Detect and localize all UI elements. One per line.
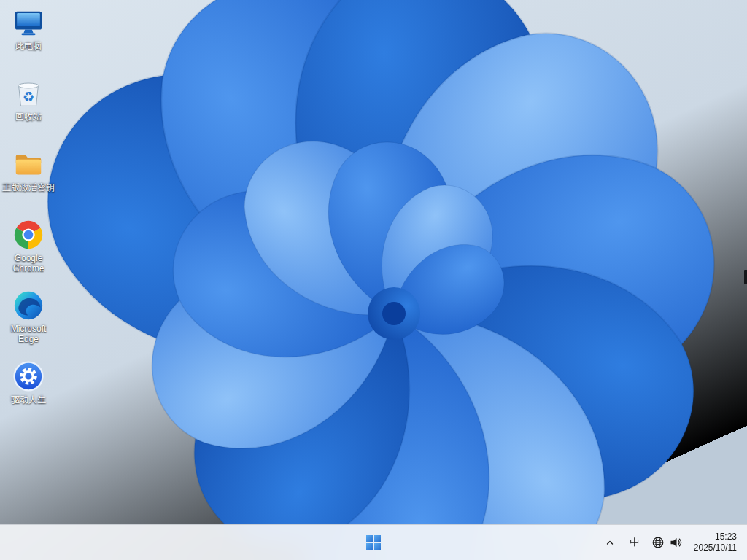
gear-badge-icon (12, 359, 45, 393)
svg-text:♻: ♻ (23, 90, 34, 104)
chrome-icon (12, 218, 45, 252)
ime-indicator[interactable]: 中 (622, 528, 647, 557)
taskbar: 中 15:2 (0, 524, 747, 560)
wallpaper-bloom (0, 0, 747, 560)
icon-label: 此电脑 (1, 41, 56, 51)
desktop-icon-recycle-bin[interactable]: ♻ 回收站 (1, 77, 56, 122)
icon-label: 正版激活密钥 (1, 182, 56, 192)
desktop-icon-driver-life[interactable]: 驱动人生 (1, 359, 56, 405)
icon-label: Microsoft Edge (1, 324, 56, 344)
taskbar-clock[interactable]: 15:23 2025/10/11 (686, 528, 743, 557)
globe-network-icon (651, 536, 665, 549)
desktop-icon-this-pc[interactable]: 此电脑 (1, 6, 56, 51)
desktop: 此电脑 ♻ 回收站 正版激活密钥 (0, 0, 747, 560)
chevron-up-icon (605, 538, 615, 547)
recycle-bin-icon: ♻ (12, 77, 45, 110)
desktop-icon-google-chrome[interactable]: Google Chrome (1, 218, 56, 273)
clock-time: 15:23 (715, 532, 737, 542)
start-button[interactable] (359, 528, 388, 557)
icon-label: 回收站 (1, 112, 56, 122)
network-volume-button[interactable] (647, 528, 686, 557)
windows-logo-icon (366, 535, 381, 550)
folder-icon (12, 147, 45, 181)
system-tray: 中 15:2 (597, 525, 743, 560)
edge-icon (12, 289, 45, 322)
mouse-cursor (744, 270, 747, 284)
tray-overflow-button[interactable] (597, 528, 622, 557)
ime-label: 中 (630, 536, 639, 549)
icon-label: Google Chrome (1, 253, 56, 273)
speaker-icon (669, 536, 682, 549)
icon-label: 驱动人生 (1, 394, 56, 405)
desktop-icon-activation-key-folder[interactable]: 正版激活密钥 (1, 147, 56, 192)
this-pc-icon (12, 6, 45, 39)
desktop-icon-microsoft-edge[interactable]: Microsoft Edge (1, 289, 56, 344)
clock-date: 2025/10/11 (694, 542, 737, 553)
